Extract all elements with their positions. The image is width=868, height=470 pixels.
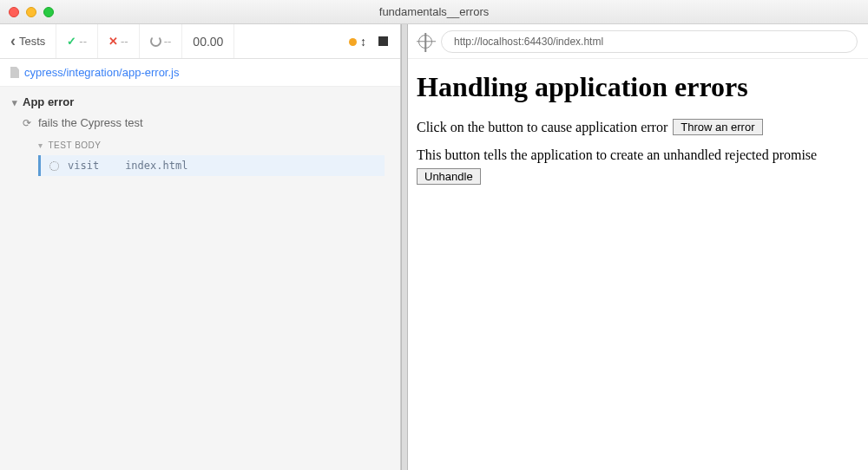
describe-title: App error [23, 95, 74, 108]
stop-tests-button[interactable] [378, 36, 388, 46]
tests-tree: App error ⟳ fails the Cypress test TEST … [0, 87, 400, 470]
runner-toolbar: Tests ✓ -- ✕ -- -- 00 [0, 24, 400, 59]
spinner-icon [49, 161, 59, 171]
warning-dot-icon [349, 38, 357, 46]
throw-error-description: Click on the button to cause application… [417, 120, 667, 135]
running-icon: ⟳ [23, 117, 31, 129]
page-heading: Handling application errors [417, 71, 859, 103]
panel-resize-handle[interactable] [401, 24, 408, 470]
x-icon: ✕ [108, 35, 118, 48]
command-name: visit [68, 160, 99, 172]
pending-icon [150, 36, 161, 47]
tests-failed-count: ✕ -- [108, 35, 128, 48]
back-label: Tests [19, 35, 45, 48]
tests-passed-count: ✓ -- [67, 35, 87, 48]
unhandled-promise-description: This button tells the application to cre… [417, 147, 817, 163]
throw-error-button[interactable]: Throw an error [673, 119, 762, 135]
test-body-section[interactable]: TEST BODY [0, 134, 400, 155]
resize-icon: ↕ [360, 35, 366, 49]
unhandle-button[interactable]: Unhandle [417, 168, 481, 185]
viewport-indicator[interactable]: ↕ [349, 34, 366, 49]
check-icon: ✓ [67, 35, 76, 48]
describe-block[interactable]: App error [0, 92, 400, 112]
window-title: fundamentals__errors [379, 5, 489, 18]
minimize-window-button[interactable] [26, 7, 36, 17]
url-field[interactable]: http://localhost:64430/index.html [441, 30, 858, 53]
command-arg: index.html [125, 160, 187, 172]
spec-file-path: cypress/integration/app-error.js [24, 66, 179, 79]
tests-pending-count: -- [150, 35, 172, 48]
application-under-test: Handling application errors Click on the… [408, 59, 868, 209]
back-to-tests-link[interactable]: Tests [10, 32, 45, 50]
caret-down-icon [12, 95, 17, 108]
test-title: fails the Cypress test [38, 116, 143, 129]
cypress-test-runner-panel: Tests ✓ -- ✕ -- -- 00 [0, 24, 401, 470]
test-duration: 00.00 [182, 24, 234, 58]
application-preview-panel: http://localhost:64430/index.html Handli… [408, 24, 868, 470]
test-body-label: TEST BODY [49, 140, 102, 150]
url-bar: http://localhost:64430/index.html [408, 24, 868, 59]
spec-file-header[interactable]: cypress/integration/app-error.js [0, 59, 400, 87]
caret-down-icon [38, 140, 43, 150]
close-window-button[interactable] [9, 7, 19, 17]
selector-playground-button[interactable] [418, 35, 432, 49]
window-titlebar: fundamentals__errors [0, 0, 868, 24]
file-icon [10, 67, 19, 78]
traffic-lights [9, 7, 54, 17]
chevron-left-icon [10, 32, 16, 50]
maximize-window-button[interactable] [43, 7, 54, 17]
url-text: http://localhost:64430/index.html [454, 36, 603, 48]
test-row[interactable]: ⟳ fails the Cypress test [0, 112, 400, 134]
command-log-item[interactable]: visit index.html [38, 155, 385, 176]
